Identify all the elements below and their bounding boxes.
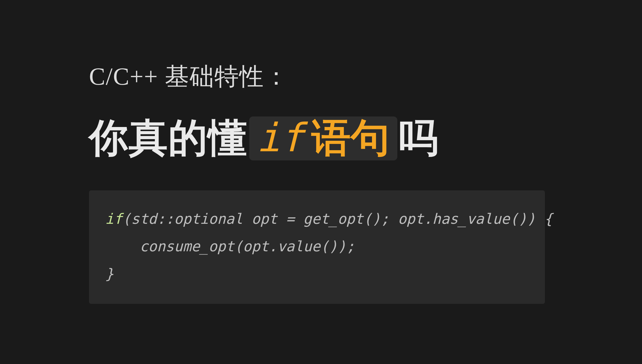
code-line-3: }: [105, 260, 529, 288]
title-post: 吗: [399, 112, 439, 165]
title-highlight-code: if: [257, 118, 304, 157]
slide-supertitle: C/C++ 基础特性：: [89, 60, 642, 93]
code-line-1: if(std::optional opt = get_opt(); opt.ha…: [105, 205, 529, 233]
code-token-indent: [105, 238, 140, 255]
code-token-keyword: if: [105, 211, 122, 227]
slide-title: 你真的懂 if 语句 吗: [89, 112, 642, 165]
code-token: }: [105, 266, 114, 282]
code-token: consume_opt(opt.value());: [140, 238, 355, 255]
code-line-2: consume_opt(opt.value());: [105, 233, 529, 260]
title-highlight-box: if 语句: [249, 116, 397, 160]
code-block: if(std::optional opt = get_opt(); opt.ha…: [89, 190, 545, 304]
title-highlight-text: 语句: [312, 119, 390, 158]
title-pre: 你真的懂: [89, 112, 248, 165]
code-token: (std::optional opt = get_opt(); opt.has_…: [122, 211, 553, 227]
